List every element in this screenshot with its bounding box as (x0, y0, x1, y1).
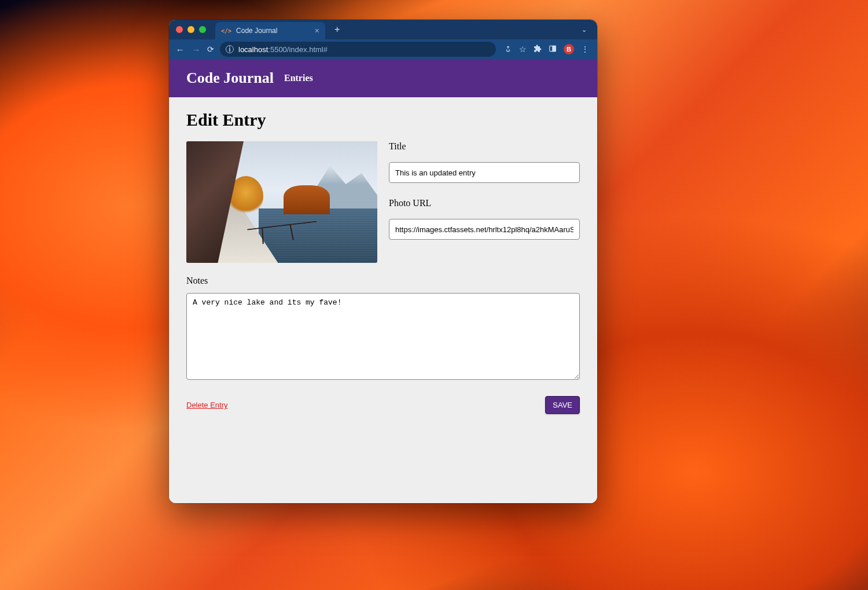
browser-window: </> Code Journal × + ⌄ ← → ⟳ i localhost… (169, 20, 597, 503)
share-icon[interactable] (504, 45, 512, 54)
form-actions: Delete Entry SAVE (186, 396, 580, 414)
back-button[interactable]: ← (175, 45, 185, 54)
maximize-window-icon[interactable] (199, 26, 206, 33)
nav-link-entries[interactable]: Entries (284, 73, 313, 83)
app-header: Code Journal Entries (169, 59, 597, 97)
panel-icon[interactable] (549, 45, 557, 54)
forward-button: → (191, 45, 201, 54)
close-window-icon[interactable] (176, 26, 183, 33)
photo-preview (186, 141, 377, 263)
tabs-dropdown-icon[interactable]: ⌄ (578, 26, 590, 34)
notes-label: Notes (186, 276, 580, 286)
site-info-icon[interactable]: i (226, 45, 234, 53)
app-viewport: Code Journal Entries Edit Entry Title (169, 59, 597, 503)
browser-titlebar: </> Code Journal × + ⌄ (169, 20, 597, 39)
bookmark-star-icon[interactable]: ☆ (519, 45, 527, 54)
page-heading: Edit Entry (186, 110, 580, 130)
toolbar-actions: ☆ B ⋮ (502, 44, 591, 54)
photo-url-input[interactable] (389, 219, 580, 240)
close-tab-icon[interactable]: × (315, 26, 319, 35)
form-fields: Title Photo URL (389, 141, 580, 263)
title-label: Title (389, 141, 580, 152)
profile-avatar[interactable]: B (564, 44, 574, 54)
minimize-window-icon[interactable] (187, 26, 194, 33)
title-input[interactable] (389, 162, 580, 183)
tab-favicon-icon: </> (221, 28, 231, 34)
form-top-row: Title Photo URL (186, 141, 580, 263)
page-content: Edit Entry Title Photo URL (169, 97, 597, 431)
address-text: localhost:5500/index.html# (238, 45, 328, 54)
new-tab-button[interactable]: + (330, 24, 344, 35)
kebab-menu-icon[interactable]: ⋮ (581, 45, 589, 54)
delete-entry-link[interactable]: Delete Entry (186, 401, 228, 409)
app-title: Code Journal (186, 69, 274, 87)
extensions-icon[interactable] (534, 45, 542, 54)
tab-title: Code Journal (236, 27, 310, 35)
reload-button[interactable]: ⟳ (207, 45, 214, 54)
browser-toolbar: ← → ⟳ i localhost:5500/index.html# ☆ B ⋮ (169, 39, 597, 59)
save-button[interactable]: SAVE (545, 396, 580, 414)
photo-url-label: Photo URL (389, 198, 580, 208)
notes-textarea[interactable] (186, 293, 580, 380)
browser-tab[interactable]: </> Code Journal × (215, 22, 325, 39)
svg-rect-2 (553, 46, 556, 51)
window-controls (176, 26, 206, 33)
address-bar[interactable]: i localhost:5500/index.html# (220, 42, 496, 57)
